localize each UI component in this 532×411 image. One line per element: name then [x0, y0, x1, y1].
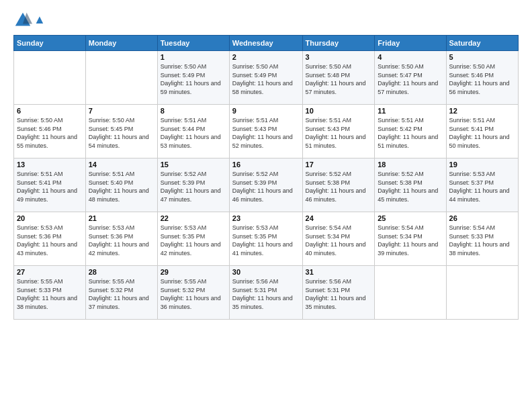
- daylight: Daylight: 11 hours and 35 minutes.: [306, 295, 366, 310]
- weekday-header-cell: Wednesday: [229, 36, 302, 51]
- sunrise: Sunrise: 5:53 AM: [89, 224, 135, 231]
- calendar-cell: 15 Sunrise: 5:52 AM Sunset: 5:39 PM Dayl…: [157, 158, 229, 212]
- day-info: Sunrise: 5:52 AM Sunset: 5:39 PM Dayligh…: [232, 170, 300, 203]
- day-number: 20: [17, 214, 83, 222]
- daylight: Daylight: 11 hours and 41 minutes.: [232, 241, 293, 257]
- sunset: Sunset: 5:49 PM: [232, 72, 277, 79]
- calendar-week-row: 13 Sunrise: 5:51 AM Sunset: 5:41 PM Dayl…: [14, 158, 519, 212]
- calendar-cell: 30 Sunrise: 5:56 AM Sunset: 5:31 PM Dayl…: [229, 266, 302, 320]
- calendar-cell: 10 Sunrise: 5:51 AM Sunset: 5:43 PM Dayl…: [302, 105, 375, 158]
- sunrise: Sunrise: 5:52 AM: [306, 171, 352, 177]
- sunset: Sunset: 5:48 PM: [306, 72, 351, 79]
- day-number: 1: [161, 53, 226, 61]
- sunrise: Sunrise: 5:50 AM: [232, 63, 279, 70]
- daylight: Daylight: 11 hours and 44 minutes.: [449, 187, 510, 203]
- calendar-cell: 4 Sunrise: 5:50 AM Sunset: 5:47 PM Dayli…: [375, 51, 446, 105]
- day-number: 27: [17, 268, 83, 276]
- day-info: Sunrise: 5:55 AM Sunset: 5:32 PM Dayligh…: [161, 277, 226, 311]
- daylight: Daylight: 11 hours and 54 minutes.: [89, 134, 149, 149]
- day-info: Sunrise: 5:53 AM Sunset: 5:36 PM Dayligh…: [17, 224, 83, 257]
- sunset: Sunset: 5:43 PM: [232, 126, 277, 132]
- day-number: 8: [161, 107, 226, 115]
- day-number: 29: [161, 268, 226, 276]
- day-number: 26: [449, 214, 515, 222]
- daylight: Daylight: 11 hours and 48 minutes.: [89, 187, 149, 203]
- daylight: Daylight: 11 hours and 36 minutes.: [161, 295, 221, 310]
- sunset: Sunset: 5:34 PM: [378, 233, 423, 240]
- day-info: Sunrise: 5:51 AM Sunset: 5:41 PM Dayligh…: [17, 170, 83, 203]
- day-number: 5: [449, 53, 515, 61]
- sunrise: Sunrise: 5:56 AM: [232, 278, 279, 285]
- calendar-cell: 29 Sunrise: 5:55 AM Sunset: 5:32 PM Dayl…: [157, 266, 229, 320]
- sunrise: Sunrise: 5:51 AM: [449, 117, 496, 124]
- calendar-cell: 5 Sunrise: 5:50 AM Sunset: 5:46 PM Dayli…: [446, 51, 518, 105]
- sunrise: Sunrise: 5:53 AM: [232, 224, 279, 231]
- day-number: 21: [89, 214, 154, 222]
- daylight: Daylight: 11 hours and 57 minutes.: [378, 80, 438, 95]
- daylight: Daylight: 11 hours and 46 minutes.: [232, 187, 293, 203]
- sunset: Sunset: 5:39 PM: [161, 179, 206, 186]
- daylight: Daylight: 11 hours and 38 minutes.: [17, 295, 77, 310]
- calendar-cell: 12 Sunrise: 5:51 AM Sunset: 5:41 PM Dayl…: [446, 105, 518, 158]
- sunrise: Sunrise: 5:53 AM: [161, 224, 207, 231]
- day-info: Sunrise: 5:53 AM Sunset: 5:35 PM Dayligh…: [232, 224, 300, 257]
- sunrise: Sunrise: 5:54 AM: [378, 224, 424, 231]
- day-info: Sunrise: 5:51 AM Sunset: 5:43 PM Dayligh…: [232, 116, 300, 150]
- day-number: 6: [17, 107, 83, 115]
- day-info: Sunrise: 5:50 AM Sunset: 5:49 PM Dayligh…: [161, 62, 226, 96]
- day-number: 18: [378, 161, 443, 169]
- calendar-cell: 2 Sunrise: 5:50 AM Sunset: 5:49 PM Dayli…: [229, 51, 302, 105]
- daylight: Daylight: 11 hours and 39 minutes.: [378, 241, 438, 257]
- calendar-cell: 17 Sunrise: 5:52 AM Sunset: 5:38 PM Dayl…: [302, 158, 375, 212]
- day-info: Sunrise: 5:53 AM Sunset: 5:35 PM Dayligh…: [161, 224, 226, 257]
- sunset: Sunset: 5:42 PM: [378, 126, 423, 132]
- day-info: Sunrise: 5:50 AM Sunset: 5:47 PM Dayligh…: [378, 62, 443, 96]
- sunrise: Sunrise: 5:50 AM: [17, 117, 63, 124]
- calendar-cell: 11 Sunrise: 5:51 AM Sunset: 5:42 PM Dayl…: [375, 105, 446, 158]
- calendar-cell: [375, 266, 446, 320]
- sunset: Sunset: 5:41 PM: [17, 179, 62, 186]
- daylight: Daylight: 11 hours and 42 minutes.: [89, 241, 149, 257]
- sunset: Sunset: 5:36 PM: [89, 233, 134, 240]
- sunset: Sunset: 5:35 PM: [232, 233, 277, 240]
- day-info: Sunrise: 5:51 AM Sunset: 5:44 PM Dayligh…: [161, 116, 226, 150]
- sunrise: Sunrise: 5:50 AM: [449, 63, 496, 70]
- daylight: Daylight: 11 hours and 51 minutes.: [378, 134, 438, 149]
- day-info: Sunrise: 5:55 AM Sunset: 5:32 PM Dayligh…: [89, 277, 154, 311]
- sunrise: Sunrise: 5:54 AM: [306, 224, 352, 231]
- calendar-cell: 27 Sunrise: 5:55 AM Sunset: 5:33 PM Dayl…: [14, 266, 86, 320]
- day-info: Sunrise: 5:56 AM Sunset: 5:31 PM Dayligh…: [232, 277, 300, 311]
- day-info: Sunrise: 5:52 AM Sunset: 5:38 PM Dayligh…: [306, 170, 372, 203]
- sunset: Sunset: 5:43 PM: [306, 126, 351, 132]
- day-number: 28: [89, 268, 154, 276]
- sunset: Sunset: 5:32 PM: [161, 287, 206, 293]
- calendar-cell: 6 Sunrise: 5:50 AM Sunset: 5:46 PM Dayli…: [14, 105, 86, 158]
- sunrise: Sunrise: 5:51 AM: [306, 117, 352, 124]
- calendar-cell: 3 Sunrise: 5:50 AM Sunset: 5:48 PM Dayli…: [302, 51, 375, 105]
- day-info: Sunrise: 5:52 AM Sunset: 5:39 PM Dayligh…: [161, 170, 226, 203]
- sunrise: Sunrise: 5:55 AM: [89, 278, 135, 285]
- day-number: 4: [378, 53, 443, 61]
- calendar-cell: 25 Sunrise: 5:54 AM Sunset: 5:34 PM Dayl…: [375, 212, 446, 266]
- sunrise: Sunrise: 5:50 AM: [378, 63, 424, 70]
- day-info: Sunrise: 5:50 AM Sunset: 5:45 PM Dayligh…: [89, 116, 154, 150]
- sunset: Sunset: 5:44 PM: [161, 126, 206, 132]
- calendar-cell: 7 Sunrise: 5:50 AM Sunset: 5:45 PM Dayli…: [85, 105, 157, 158]
- calendar-week-row: 20 Sunrise: 5:53 AM Sunset: 5:36 PM Dayl…: [14, 212, 519, 266]
- day-info: Sunrise: 5:50 AM Sunset: 5:48 PM Dayligh…: [306, 62, 372, 96]
- day-number: 13: [17, 161, 83, 169]
- day-info: Sunrise: 5:54 AM Sunset: 5:34 PM Dayligh…: [306, 224, 372, 257]
- daylight: Daylight: 11 hours and 43 minutes.: [17, 241, 77, 257]
- calendar-cell: 19 Sunrise: 5:53 AM Sunset: 5:37 PM Dayl…: [446, 158, 518, 212]
- sunrise: Sunrise: 5:50 AM: [161, 63, 207, 70]
- day-number: 14: [89, 161, 154, 169]
- calendar-cell: 14 Sunrise: 5:51 AM Sunset: 5:40 PM Dayl…: [85, 158, 157, 212]
- calendar-week-row: 6 Sunrise: 5:50 AM Sunset: 5:46 PM Dayli…: [14, 105, 519, 158]
- day-info: Sunrise: 5:53 AM Sunset: 5:37 PM Dayligh…: [449, 170, 515, 203]
- calendar-cell: 26 Sunrise: 5:54 AM Sunset: 5:33 PM Dayl…: [446, 212, 518, 266]
- sunset: Sunset: 5:46 PM: [449, 72, 494, 79]
- calendar-week-row: 27 Sunrise: 5:55 AM Sunset: 5:33 PM Dayl…: [14, 266, 519, 320]
- sunrise: Sunrise: 5:55 AM: [17, 278, 63, 285]
- calendar-cell: 1 Sunrise: 5:50 AM Sunset: 5:49 PM Dayli…: [157, 51, 229, 105]
- day-info: Sunrise: 5:51 AM Sunset: 5:42 PM Dayligh…: [378, 116, 443, 150]
